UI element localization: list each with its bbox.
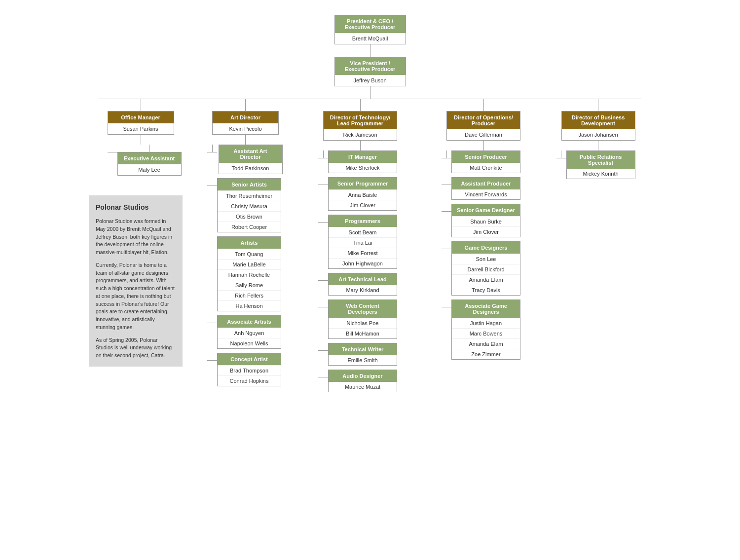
office-manager-name: Susan Parkins	[108, 123, 174, 134]
info-box: Polonar Studios Polonar Studios was form…	[89, 195, 183, 367]
game-designers-box: Game Designers Son Lee Darrell Bickford …	[451, 241, 520, 296]
vp-title: Vice President / Executive Producer	[335, 57, 406, 75]
info-p2: Currently, Polonar is home to a team of …	[96, 261, 176, 332]
concept-artist-box: Concept Artist Brad Thompson Conrad Hopk…	[217, 353, 281, 386]
col-dir-ops: Director of Operations/ Producer Dave Gi…	[422, 99, 545, 360]
senior-game-designer-box: Senior Game Designer Shaun Burke Jim Clo…	[451, 204, 520, 237]
audio-designer-box: Audio Designer Maurice Muzat	[328, 370, 397, 392]
info-p1: Polonar Studios was formed in May 2000 b…	[96, 218, 176, 257]
exec-assistant-name: Maly Lee	[118, 164, 181, 175]
asst-art-dir-name: Todd Parkinson	[219, 163, 282, 174]
office-manager-title: Office Manager	[108, 112, 174, 123]
dir-tech-box: Director of Technology/ Lead Programmer …	[323, 111, 397, 141]
dir-tech-title: Director of Technology/ Lead Programmer	[324, 112, 397, 129]
dir-biz-name: Jason Johansen	[562, 129, 635, 140]
president-name: Brentt McQuail	[335, 33, 406, 44]
tech-writer-box: Technical Writer Emille Smith	[328, 343, 397, 366]
office-manager-box: Office Manager Susan Parkins	[108, 111, 174, 135]
assoc-game-designers-box: Associate Game Designers Justin Hagan Ma…	[451, 299, 520, 360]
col-dir-biz: Director of Business Development Jason J…	[545, 99, 651, 179]
col-art-director: Art Director Kevin Piccolo	[192, 99, 298, 386]
senior-artist-1: Thor Resemheimer	[218, 190, 281, 201]
info-title: Polonar Studios	[96, 202, 176, 213]
senior-artist-2: Christy Masura	[218, 201, 281, 211]
art-tech-lead-box: Art Technical Lead Mary Kirkland	[328, 273, 397, 296]
senior-artists-box: Senior Artists Thor Resemheimer Christy …	[217, 178, 281, 232]
it-manager-box: IT Manager Mike Sherlock	[328, 150, 397, 173]
asst-art-dir-box: Assistant Art Director Todd Parkinson	[219, 145, 283, 174]
president-box: President & CEO / Executive Producer Bre…	[334, 15, 406, 44]
senior-artist-3: Otis Brown	[218, 211, 281, 222]
info-p3: As of Spring 2005, Polonar Studios is we…	[96, 336, 176, 360]
vp-box: Vice President / Executive Producer Jeff…	[334, 57, 406, 86]
org-chart: President & CEO / Executive Producer Bre…	[10, 10, 730, 397]
exec-assistant-box: Executive Assistant Maly Lee	[117, 152, 182, 176]
art-director-title: Art Director	[213, 112, 278, 123]
art-director-name: Kevin Piccolo	[213, 123, 278, 134]
pr-specialist-box: Public Relations Specialist Mickey Korin…	[566, 150, 635, 179]
dir-ops-title: Director of Operations/ Producer	[447, 112, 520, 129]
president-title: President & CEO / Executive Producer	[335, 15, 406, 33]
web-content-box: Web Content Developers Nicholas Poe Bill…	[328, 299, 397, 339]
art-director-box: Art Director Kevin Piccolo	[212, 111, 279, 135]
programmers-box: Programmers Scott Beam Tina Lai Mike For…	[328, 215, 397, 269]
assoc-artists-box: Associate Artists Anh Nguyen Napoleon We…	[217, 315, 281, 349]
dir-tech-name: Rick Jameson	[324, 129, 397, 140]
dir-biz-title: Director of Business Development	[562, 112, 635, 129]
asst-producer-box: Assistant Producer Vincent Forwards	[451, 177, 520, 200]
senior-artist-4: Robert Cooper	[218, 222, 281, 232]
dir-ops-box: Director of Operations/ Producer Dave Gi…	[446, 111, 520, 141]
col-dir-tech: Director of Technology/ Lead Programmer …	[298, 99, 422, 392]
vp-name: Jeffrey Buson	[335, 75, 406, 86]
senior-prog-box: Senior Programmer Anna Baisle Jim Clover	[328, 177, 397, 211]
exec-assistant-title: Executive Assistant	[118, 152, 181, 164]
col-office-manager: Office Manager Susan Parkins Executive A…	[89, 99, 192, 367]
dir-ops-name: Dave Gillerman	[447, 129, 520, 140]
dir-biz-box: Director of Business Development Jason J…	[561, 111, 635, 141]
artists-box: Artists Tom Quang Marie LaBelle Hannah R…	[217, 236, 281, 311]
senior-producer-box: Senior Producer Matt Cronkite	[451, 150, 520, 173]
